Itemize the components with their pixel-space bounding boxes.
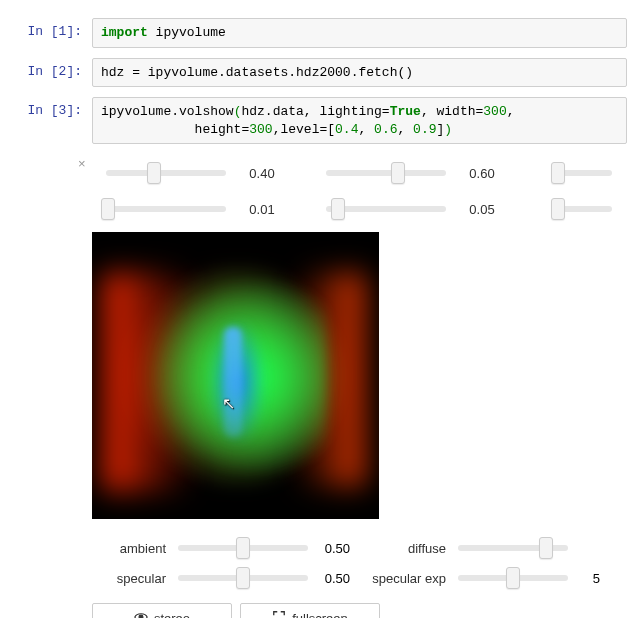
- diffuse-label: diffuse: [364, 541, 454, 556]
- fullscreen-button-label: fullscreen: [292, 611, 348, 618]
- close-icon[interactable]: ×: [78, 156, 86, 171]
- input-prompt-3: In [3]:: [0, 97, 92, 118]
- specular-slider[interactable]: [178, 575, 308, 581]
- cursor-icon: ↖: [222, 394, 235, 413]
- opacity-slider-1[interactable]: [106, 206, 226, 212]
- code-cell-1[interactable]: import ipyvolume: [92, 18, 627, 48]
- code-cell-2[interactable]: hdz = ipyvolume.datasets.hdz2000.fetch(): [92, 58, 627, 88]
- number: 0.6: [374, 122, 397, 137]
- opacity-readout-1: 0.01: [236, 202, 296, 217]
- input-prompt-1: In [1]:: [0, 18, 92, 39]
- number: 0.9: [413, 122, 436, 137]
- opacity-slider-3[interactable]: [552, 206, 612, 212]
- specular-exp-slider[interactable]: [458, 575, 568, 581]
- code-text: ,: [507, 104, 515, 119]
- input-prompt-2: In [2]:: [0, 58, 92, 79]
- code-text: ,: [358, 122, 374, 137]
- ambient-readout: 0.50: [312, 541, 364, 556]
- code-text: ipyvolume: [148, 25, 226, 40]
- number: 0.4: [335, 122, 358, 137]
- eye-icon: [134, 610, 148, 618]
- code-fn: ipyvolume.volshow: [101, 104, 234, 119]
- number: 300: [249, 122, 272, 137]
- fullscreen-button[interactable]: fullscreen: [240, 603, 380, 618]
- volume-glow: [224, 327, 242, 437]
- level-readout-2: 0.60: [456, 166, 516, 181]
- volume-canvas[interactable]: ↖: [92, 232, 379, 519]
- code-cell-3[interactable]: ipyvolume.volshow(hdz.data, lighting=Tru…: [92, 97, 627, 144]
- opacity-readout-2: 0.05: [456, 202, 516, 217]
- ambient-slider[interactable]: [178, 545, 308, 551]
- specular-readout: 0.50: [312, 571, 364, 586]
- opacity-slider-2[interactable]: [326, 206, 446, 212]
- diffuse-slider[interactable]: [458, 545, 568, 551]
- specular-exp-label: specular exp: [364, 571, 454, 586]
- stereo-button-label: stereo: [154, 611, 190, 618]
- level-slider-3[interactable]: [552, 170, 612, 176]
- level-readout-1: 0.40: [236, 166, 296, 181]
- code-text: height=: [101, 122, 249, 137]
- ambient-label: ambient: [92, 541, 174, 556]
- level-slider-2[interactable]: [326, 170, 446, 176]
- fullscreen-icon: [272, 610, 286, 618]
- stereo-button[interactable]: stereo: [92, 603, 232, 618]
- code-text: , width=: [421, 104, 483, 119]
- paren-close: ): [444, 122, 452, 137]
- number: 300: [483, 104, 506, 119]
- specular-label: specular: [92, 571, 174, 586]
- code-text: hdz = ipyvolume.datasets.hdz2000.fetch(): [101, 65, 413, 80]
- specular-exp-readout: 5: [572, 571, 600, 586]
- keyword-import: import: [101, 25, 148, 40]
- code-text: hdz.data, lighting=: [241, 104, 389, 119]
- keyword-true: True: [390, 104, 421, 119]
- code-text: ,: [397, 122, 413, 137]
- level-slider-1[interactable]: [106, 170, 226, 176]
- code-text: ,level=[: [273, 122, 335, 137]
